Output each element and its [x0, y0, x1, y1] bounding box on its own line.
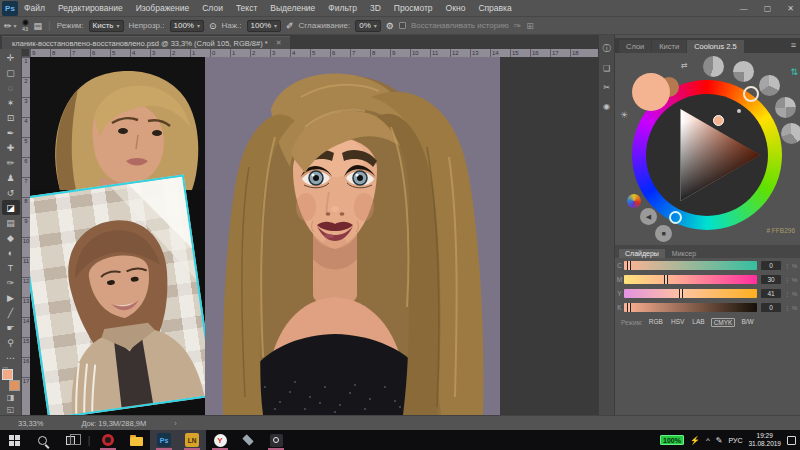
foreground-color-swatch[interactable]	[2, 369, 13, 380]
status-arrow-icon[interactable]: ›	[174, 419, 177, 428]
dodge-tool[interactable]: ◐	[2, 245, 20, 260]
move-tool[interactable]: ✛	[2, 50, 20, 65]
scheme-mono-icon[interactable]	[703, 56, 724, 77]
slider-tab[interactable]: Слайдеры	[619, 249, 665, 258]
color-mode-option[interactable]: CMYK	[711, 318, 736, 327]
swap-colors-icon[interactable]: ⇄	[681, 61, 688, 70]
menu-item[interactable]: Просмотр	[394, 3, 433, 13]
close-button[interactable]: ✕	[787, 4, 794, 13]
wheel-mode-triangle-icon[interactable]: ◀	[640, 208, 657, 225]
close-icon[interactable]: ✕	[276, 39, 282, 47]
refresh-icon[interactable]: ⇅	[790, 67, 798, 77]
blur-tool[interactable]: ◆	[2, 230, 20, 245]
document-canvas[interactable]	[30, 57, 500, 415]
taskbar-app-lightroom[interactable]: LN	[178, 430, 206, 450]
path-selection-tool[interactable]: ▶	[2, 290, 20, 305]
triangle-marker[interactable]	[713, 115, 724, 126]
slider-stepper-icon[interactable]: ⋮	[784, 262, 790, 269]
canvas-area[interactable]	[30, 57, 598, 415]
type-tool[interactable]: T	[2, 260, 20, 275]
slider-thumb[interactable]	[627, 303, 631, 312]
panel-tab[interactable]: Кисти	[652, 40, 686, 53]
menu-item[interactable]: Фильтр	[328, 3, 357, 13]
color-mode-option[interactable]: LAB	[690, 318, 706, 327]
menu-item[interactable]: Редактирование	[58, 3, 123, 13]
slider-stepper-icon[interactable]: ⋮	[784, 276, 790, 283]
slider-bar[interactable]	[624, 261, 757, 270]
line-tool[interactable]: ╱	[2, 305, 20, 320]
slider-stepper-icon[interactable]: ⋮	[784, 290, 790, 297]
slider-value[interactable]: 30	[761, 275, 781, 284]
menu-item[interactable]: Выделение	[270, 3, 315, 13]
slider-thumb[interactable]	[664, 275, 668, 284]
brightness-marker[interactable]	[669, 211, 682, 224]
notification-center-icon[interactable]	[787, 436, 796, 445]
pen-settings-icon[interactable]: ✎	[716, 436, 723, 445]
hue-ring-marker[interactable]	[743, 86, 759, 102]
minimize-button[interactable]: —	[740, 4, 748, 13]
wheel-mode-square-icon[interactable]: ■	[655, 225, 672, 242]
language-indicator[interactable]: РУС	[728, 437, 742, 444]
airbrush-opacity-icon[interactable]: ⊙	[209, 21, 217, 31]
panel-tab[interactable]: Coolorus 2.5	[687, 40, 744, 53]
crop-tool[interactable]: ⊡	[2, 110, 20, 125]
menu-item[interactable]: Текст	[236, 3, 257, 13]
lasso-tool[interactable]: ◌	[2, 80, 20, 95]
screen-mode-button[interactable]: ◱	[7, 403, 15, 415]
quick-mask-button[interactable]: ◨	[7, 391, 15, 403]
foreground-color-circle[interactable]	[632, 73, 670, 111]
navigator-panel-icon[interactable]: ◉	[603, 102, 610, 111]
hex-color-value[interactable]: # FFB296	[766, 227, 795, 234]
slider-tab[interactable]: Миксер	[666, 249, 702, 258]
gear-icon[interactable]: ⚙	[386, 21, 394, 31]
slider-value[interactable]: 0	[761, 261, 781, 270]
eraser-tool[interactable]: ◪	[2, 200, 20, 215]
opacity-select[interactable]: 100% ▾	[170, 20, 204, 32]
tool-preset-picker[interactable]: ✏ ▾	[4, 21, 17, 31]
slider-value[interactable]: 41	[761, 289, 781, 298]
taskbar-app-opera[interactable]	[94, 430, 122, 450]
mode-select[interactable]: Кисть ▾	[89, 20, 124, 32]
background-color-swatch[interactable]	[9, 380, 20, 391]
smoothing-select[interactable]: 0% ▾	[355, 20, 381, 32]
battery-indicator[interactable]: 100%	[660, 435, 684, 445]
info-panel-icon[interactable]: ⓘ	[603, 43, 611, 54]
document-tab[interactable]: кланик-восстановлено-восстановлено.psd @…	[2, 36, 290, 49]
slider-bar[interactable]	[624, 303, 757, 312]
vertical-ruler[interactable]: 1234567891011121314151617	[22, 57, 30, 415]
hand-tool[interactable]: ☛	[2, 320, 20, 335]
slider-thumb[interactable]	[627, 261, 631, 270]
quick-selection-tool[interactable]: ✶	[2, 95, 20, 110]
taskbar-app-photoshop[interactable]: Ps	[150, 430, 178, 450]
search-button[interactable]	[28, 430, 56, 450]
color-mode-option[interactable]: B/W	[739, 318, 755, 327]
history-pressure-icon[interactable]: ✑	[514, 21, 522, 31]
slider-value[interactable]: 0	[761, 303, 781, 312]
panel-tab[interactable]: Слои	[619, 40, 651, 53]
zoom-tool[interactable]: ⚲	[2, 335, 20, 350]
menu-item[interactable]: Окно	[446, 3, 466, 13]
gradient-tool[interactable]: ▤	[2, 215, 20, 230]
menu-item[interactable]: Изображение	[136, 3, 190, 13]
brightness-icon[interactable]: ☀	[620, 110, 628, 120]
more-tools[interactable]: ⋯	[2, 350, 20, 365]
menu-item[interactable]: Справка	[478, 3, 511, 13]
trim-panel-icon[interactable]: ✂	[603, 83, 610, 92]
brush-preset-picker[interactable]: 43	[22, 19, 29, 33]
taskbar-app-steam[interactable]	[234, 430, 262, 450]
pen-tool[interactable]: ✑	[2, 275, 20, 290]
taskbar-app-explorer[interactable]	[122, 430, 150, 450]
zoom-level-field[interactable]: 33,33%	[18, 419, 43, 428]
slider-bar[interactable]	[624, 275, 757, 284]
history-brush-tool[interactable]: ↺	[2, 185, 20, 200]
scheme-complementary-icon[interactable]	[733, 61, 754, 82]
panel-menu-icon[interactable]: ≡	[791, 40, 796, 50]
slider-bar[interactable]	[624, 289, 757, 298]
slider-thumb[interactable]	[679, 289, 683, 298]
reference-photo-bottom[interactable]	[30, 174, 215, 415]
scheme-analogous-icon[interactable]	[781, 123, 800, 144]
taskbar-app-yandex[interactable]: Y	[206, 430, 234, 450]
restore-button[interactable]: ▢	[764, 4, 772, 13]
pen-pressure-icon[interactable]: ✐	[286, 21, 294, 31]
color-mode-option[interactable]: HSV	[669, 318, 686, 327]
